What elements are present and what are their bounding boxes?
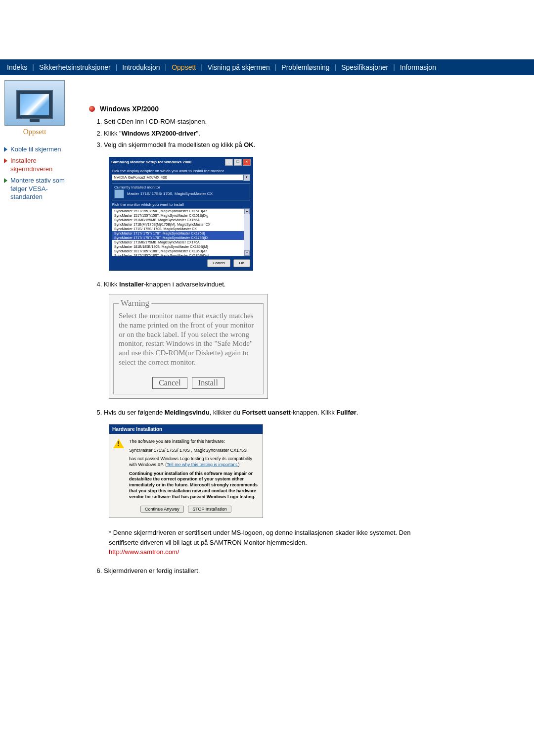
cancel-button[interactable]: Cancel [207,259,230,267]
warning-dialog: Warning Select the monitor name that exa… [109,294,268,399]
dropdown-arrow-icon[interactable]: ▾ [243,174,250,181]
step-3: Velg din skjermmodell fra modellisten og… [104,140,524,150]
step-5: Hvis du ser følgende Meldingsvindu, klik… [104,408,524,418]
sidebar-link-label: Koble til skjermen [10,145,61,154]
monitor-listbox[interactable]: SyncMaster 151T/155T/150T, MagicSyncMast… [112,208,250,256]
list-item[interactable]: SyncMaster 181T/185T/180T, MagicSyncMast… [112,253,250,256]
warning-message: Select the monitor name that exactly mat… [119,311,258,367]
nav-oppsett[interactable]: Oppsett [170,63,198,71]
steps-list-4: Klikk Installer-knappen i advarselsvindu… [104,280,524,289]
sidebar-link-label: Montere stativ som følger VESA-standarde… [10,177,69,202]
nav-visning på skjermen[interactable]: Visning på skjermen [206,63,272,71]
step-6: Skjermdriveren er ferdig installert. [104,566,524,576]
top-nav: Indeks|Sikkerhetsinstruksjoner|Introduks… [0,59,534,75]
warning-triangle-icon [113,439,124,448]
nav-sikkerhetsinstruksjoner[interactable]: Sikkerhetsinstruksjoner [37,63,113,71]
sidebar-link-0[interactable]: Koble til skjermen [4,145,69,154]
warning-install-button[interactable]: Install [192,377,224,389]
sidebar: Oppsett Koble til skjermenInstallere skj… [0,75,69,204]
arrow-right-icon [4,178,7,183]
list-item[interactable]: SyncMaster 181B/185B/180B, MagicSyncMast… [112,244,250,249]
list-item[interactable]: SyncMaster 151T/155T/150T, MagicSyncMast… [112,209,250,213]
nav-introduksjon[interactable]: Introduksjon [120,63,162,71]
list-item[interactable]: SyncMaster 171T/ 175T/ 170T, MagicSyncMa… [112,231,250,236]
scroll-down-button[interactable]: ▾ [244,250,250,256]
list-item[interactable]: SyncMaster 151MB/155MB, MagicSyncMaster … [112,218,250,222]
dialog-title: Samsung Monitor Setup for Windows 2000 [111,160,191,164]
bullet-icon [89,106,95,112]
sidebar-thumbnail: Oppsett [4,80,65,126]
current-monitor-group: Currently installed monitor Master 171S/… [112,183,250,200]
step-4: Klikk Installer-knappen i advarselsvindu… [104,280,524,289]
adapter-prompt: Pick the display adapter on which you wa… [112,169,250,173]
maximize-button[interactable]: □ [234,159,242,166]
hardware-installation-dialog: Hardware Installation The software you a… [109,424,263,518]
list-item[interactable]: SyncMaster 171T/ 175T/ 170T, MagicSyncMa… [112,236,250,240]
hw-text-2: SyncMaster 171S/ 175S/ 170S , MagicSyncM… [129,448,259,454]
nav-spesifikasjoner[interactable]: Spesifikasjoner [339,63,390,71]
arrow-right-icon [4,158,7,163]
stop-installation-button[interactable]: STOP Installation [188,506,231,513]
monitor-setup-dialog: Samsung Monitor Setup for Windows 2000 _… [109,157,253,271]
monitor-icon [16,90,53,119]
steps-list-5: Hvis du ser følgende Meldingsvindu, klik… [104,408,524,418]
warning-legend: Warning [119,298,151,308]
minimize-button[interactable]: _ [225,159,233,166]
hw-why-link[interactable]: Tell me why this testing is important. [167,462,238,467]
sidebar-link-1[interactable]: Installere skjermdriveren [4,157,69,174]
hw-text-4: Continuing your installation of this sof… [129,471,259,500]
nav-informasjon[interactable]: Informasjon [398,63,438,71]
hw-text-1: The software you are installing for this… [129,439,259,445]
close-button[interactable]: × [243,159,251,166]
continue-anyway-button[interactable]: Continue Anyway [140,506,184,513]
section-title: Windows XP/2000 [100,105,159,113]
section-heading: Windows XP/2000 [89,105,524,113]
hw-text-3: has not passed Windows Logo testing to v… [129,456,259,468]
current-monitor-value: Master 171S/ 175S/ 170S, MagicSyncMaster… [127,191,213,196]
main-content: Windows XP/2000 Sett CDen inn i CD-ROM-s… [69,75,534,577]
sidebar-link-2[interactable]: Montere stativ som følger VESA-standarde… [4,177,69,202]
listbox-scrollbar[interactable]: ▴ ▾ [244,209,250,256]
monitor-small-icon [114,189,124,198]
dialog-titlebar: Samsung Monitor Setup for Windows 2000 _… [109,157,253,167]
list-item[interactable]: SyncMaster 171S/ 175S/ 170S, MagicSyncMa… [112,227,250,231]
list-item[interactable]: SyncMaster 151T/155T/150T, MagicSyncMast… [112,213,250,218]
list-item[interactable]: SyncMaster 171B(M)/175B(M)/170B(M), Magi… [112,222,250,227]
scroll-up-button[interactable]: ▴ [244,209,250,214]
sidebar-thumbnail-label: Oppsett [5,128,64,136]
list-item[interactable]: SyncMaster 171MB/175MB, MagicSyncMaster … [112,240,250,244]
list-prompt: Pick the monitor which you want to insta… [112,202,250,207]
step-2: Klikk "Windows XP/2000-driver". [104,129,524,139]
warning-cancel-button[interactable]: Cancel [152,377,187,389]
group-label: Currently installed monitor [114,185,248,189]
steps-list: Sett CDen inn i CD-ROM-stasjonen. Klikk … [104,117,524,150]
samtron-link[interactable]: http://www.samtron.com/ [109,548,179,556]
ok-button[interactable]: OK [233,259,250,267]
nav-indeks[interactable]: Indeks [5,63,29,71]
list-item[interactable]: SyncMaster 181T/185T/180T, MagicSyncMast… [112,249,250,253]
sidebar-link-label: Installere skjermdriveren [10,157,69,174]
nav-problemløsning[interactable]: Problemløsning [279,63,331,71]
arrow-right-icon [4,147,7,152]
adapter-select[interactable]: NVIDIA GeForce2 MX/MX 400 [112,174,243,181]
step-1: Sett CDen inn i CD-ROM-stasjonen. [104,117,524,127]
steps-list-6: Skjermdriveren er ferdig installert. [104,566,524,576]
certification-note: * Denne skjermdriveren er sertifisert un… [109,528,435,557]
hw-dialog-title: Hardware Installation [109,425,263,434]
